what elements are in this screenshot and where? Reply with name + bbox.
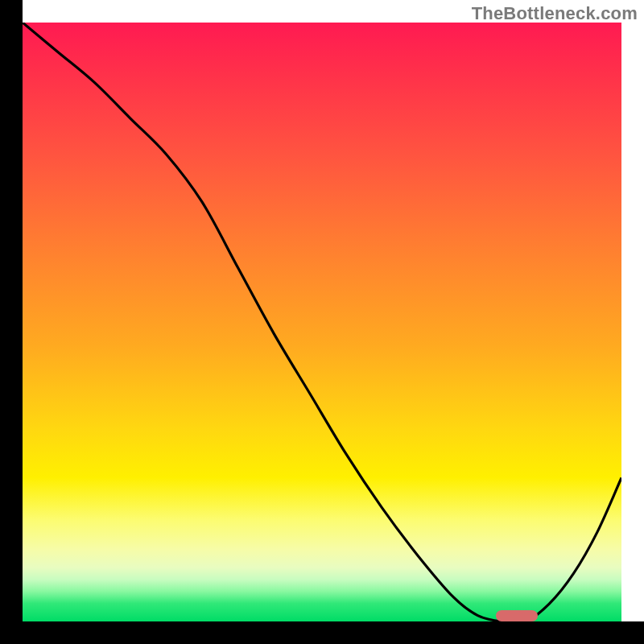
bottleneck-curve xyxy=(23,23,621,621)
watermark-text: TheBottleneck.com xyxy=(472,3,638,24)
x-axis xyxy=(0,621,644,644)
chart-container: TheBottleneck.com xyxy=(0,0,644,644)
plot-area xyxy=(23,23,621,621)
optimal-range-marker xyxy=(496,610,538,621)
y-axis xyxy=(0,0,23,644)
